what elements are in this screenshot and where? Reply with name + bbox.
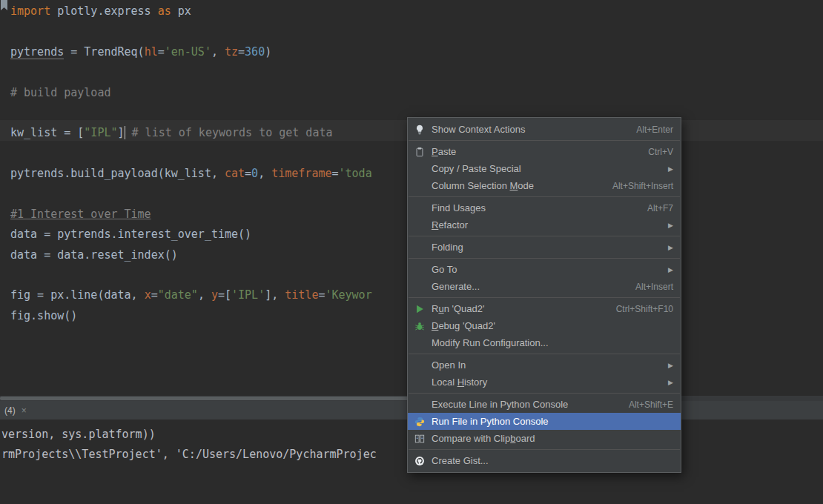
- menu-item-label: Execute Line in Python Console: [432, 399, 568, 410]
- code-line: pytrends = TrendReq(hl='en-US', tz=360): [10, 42, 372, 62]
- compare-icon: [412, 434, 427, 444]
- menu-item-label: Generate...: [432, 281, 480, 292]
- code-line: kw_list = ["IPL"] # list of keywords to …: [10, 123, 372, 143]
- menu-item-label: Go To: [432, 264, 457, 275]
- menu-item-label: Find Usages: [432, 202, 486, 213]
- menu-item-label: Folding: [432, 242, 463, 253]
- menu-item-label: Run 'Quad2': [432, 303, 484, 314]
- menu-item-label: Column Selection Mode: [432, 180, 534, 191]
- code-line: # build payload: [10, 83, 372, 103]
- menu-item-label: Debug 'Quad2': [432, 320, 495, 331]
- console-tab[interactable]: (4): [4, 405, 16, 416]
- run-icon: [412, 304, 427, 314]
- paste-icon: [412, 147, 427, 157]
- menu-item-run-file-in-python-console[interactable]: Run File in Python Console: [408, 413, 681, 430]
- menu-item-label: Show Context Actions: [432, 124, 525, 135]
- code-line: [10, 62, 372, 82]
- menu-item-debug-quad2[interactable]: Debug 'Quad2': [408, 317, 681, 334]
- code-line: import plotly.express as px: [10, 1, 372, 21]
- menu-item-column-selection-mode[interactable]: Column Selection ModeAlt+Shift+Insert: [408, 177, 681, 194]
- menu-item-local-history[interactable]: Local History▶: [408, 374, 681, 391]
- scrollbar-thumb[interactable]: [0, 397, 412, 400]
- menu-item-paste[interactable]: PasteCtrl+V: [408, 143, 681, 160]
- menu-item-label: Local History: [432, 377, 487, 388]
- menu-item-execute-line-in-python-console[interactable]: Execute Line in Python ConsoleAlt+Shift+…: [408, 396, 681, 413]
- menu-shortcut: Alt+Shift+Insert: [612, 181, 673, 191]
- code-line: fig.show(): [10, 306, 372, 326]
- menu-shortcut: Alt+Insert: [635, 282, 673, 292]
- code-line: pytrends.build_payload(kw_list, cat=0, t…: [10, 164, 372, 184]
- menu-item-compare-with-clipboard[interactable]: Compare with Clipboard: [408, 430, 681, 447]
- context-menu: Show Context ActionsAlt+EnterPasteCtrl+V…: [407, 117, 681, 473]
- menu-shortcut: Alt+F7: [647, 203, 673, 213]
- code-line: data = pytrends.interest_over_time(): [10, 225, 372, 245]
- menu-item-label: Paste: [432, 146, 456, 157]
- menu-item-go-to[interactable]: Go To▶: [408, 261, 681, 278]
- menu-item-label: Compare with Clipboard: [432, 433, 535, 444]
- close-icon[interactable]: ×: [22, 405, 27, 416]
- menu-separator: [409, 196, 680, 197]
- submenu-arrow-icon: ▶: [668, 379, 673, 386]
- code-line: data = data.reset_index(): [10, 245, 372, 265]
- menu-item-find-usages[interactable]: Find UsagesAlt+F7: [408, 199, 681, 216]
- submenu-arrow-icon: ▶: [668, 266, 673, 273]
- code-line: fig = px.line(data, x="date", y=['IPL'],…: [10, 285, 372, 305]
- menu-shortcut: Ctrl+Shift+F10: [616, 304, 673, 314]
- menu-shortcut: Alt+Enter: [636, 125, 673, 135]
- code-lines: import plotly.express as px pytrends = T…: [10, 1, 372, 326]
- submenu-arrow-icon: ▶: [668, 222, 673, 229]
- bookmark-icon: [1, 0, 7, 10]
- menu-item-show-context-actions[interactable]: Show Context ActionsAlt+Enter: [408, 121, 681, 138]
- code-line: [10, 21, 372, 42]
- menu-item-label: Open In: [432, 359, 466, 371]
- menu-separator: [409, 140, 680, 141]
- menu-separator: [409, 258, 680, 259]
- menu-item-label: Copy / Paste Special: [432, 163, 521, 174]
- menu-item-run-quad2[interactable]: Run 'Quad2'Ctrl+Shift+F10: [408, 300, 681, 317]
- menu-item-folding[interactable]: Folding▶: [408, 239, 681, 256]
- python-icon: [412, 417, 427, 427]
- menu-shortcut: Ctrl+V: [648, 147, 673, 157]
- submenu-arrow-icon: ▶: [668, 362, 673, 369]
- menu-item-open-in[interactable]: Open In▶: [408, 357, 681, 374]
- code-line: [10, 103, 372, 123]
- menu-item-generate[interactable]: Generate...Alt+Insert: [408, 278, 681, 295]
- code-line: #1 Interest over Time: [10, 205, 372, 225]
- menu-item-refactor[interactable]: Refactor▶: [408, 216, 681, 233]
- menu-separator: [409, 449, 680, 450]
- submenu-arrow-icon: ▶: [668, 165, 673, 173]
- code-line: [10, 185, 372, 205]
- menu-item-label: Refactor: [432, 219, 468, 231]
- menu-item-label: Run File in Python Console: [432, 416, 549, 427]
- menu-separator: [409, 354, 680, 354]
- lightbulb-icon: [412, 125, 427, 135]
- code-line: [10, 144, 372, 164]
- menu-item-create-gist[interactable]: Create Gist...: [408, 452, 681, 469]
- menu-item-modify-run-configuration[interactable]: Modify Run Configuration...: [408, 334, 681, 351]
- submenu-arrow-icon: ▶: [668, 244, 673, 251]
- menu-shortcut: Alt+Shift+E: [629, 399, 673, 410]
- github-icon: [412, 456, 427, 466]
- menu-separator: [409, 236, 680, 236]
- menu-separator: [409, 393, 680, 394]
- debug-icon: [412, 321, 427, 331]
- code-line: [10, 265, 372, 285]
- menu-item-label: Create Gist...: [432, 455, 489, 466]
- menu-item-copy-paste-special[interactable]: Copy / Paste Special▶: [408, 160, 681, 177]
- menu-separator: [409, 297, 680, 298]
- menu-item-label: Modify Run Configuration...: [432, 337, 549, 348]
